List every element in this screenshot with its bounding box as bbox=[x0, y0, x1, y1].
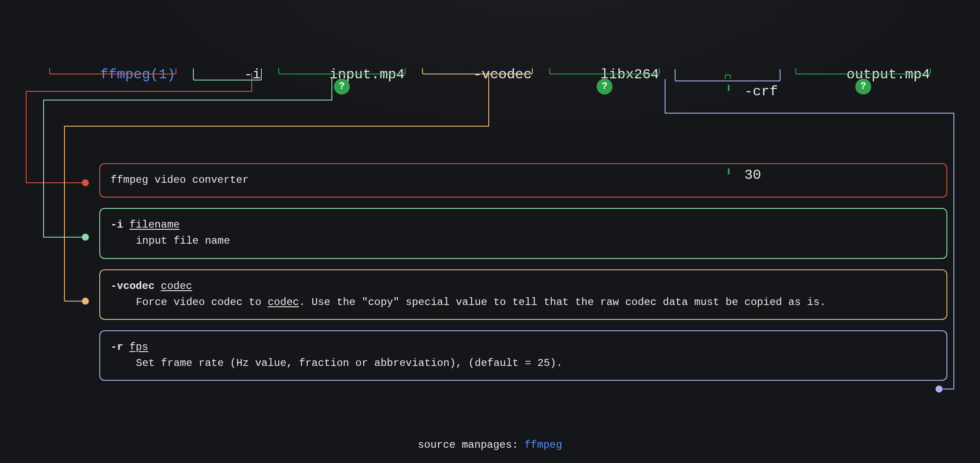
source-label: source manpages: bbox=[418, 439, 524, 451]
card-r-body: Set frame rate (Hz value, fraction or ab… bbox=[111, 355, 936, 371]
card-program[interactable]: ffmpeg video converter bbox=[99, 163, 947, 198]
card-program-body: ffmpeg video converter bbox=[111, 174, 249, 186]
card-dot-vcodec bbox=[82, 298, 89, 305]
token-crf-flag[interactable]: -crf bbox=[677, 84, 777, 133]
source-link[interactable]: ffmpeg bbox=[524, 439, 562, 451]
card-r-arg: fps bbox=[129, 341, 148, 353]
card-vcodec[interactable]: -vcodec codec Force video codec to codec… bbox=[99, 269, 947, 320]
card-i-flag: -i bbox=[111, 219, 123, 231]
help-icon[interactable]: ? bbox=[855, 79, 871, 94]
card-r-flag: -r bbox=[111, 341, 123, 353]
source-line: source manpages: ffmpeg bbox=[0, 439, 980, 451]
help-icon[interactable]: ? bbox=[597, 79, 612, 94]
card-i-arg: filename bbox=[129, 219, 179, 231]
explanations: ffmpeg video converter -i filename input… bbox=[99, 163, 947, 381]
card-vcodec-body: Force video codec to codec. Use the "cop… bbox=[111, 294, 936, 310]
card-dot-r bbox=[936, 386, 943, 393]
card-vcodec-flag: -vcodec bbox=[111, 280, 155, 292]
card-dot-program bbox=[82, 179, 89, 186]
card-vcodec-arg: codec bbox=[161, 280, 192, 292]
card-i-body: input file name bbox=[111, 233, 936, 249]
card-dot-i bbox=[82, 234, 89, 241]
card-i[interactable]: -i filename input file name bbox=[99, 208, 947, 258]
card-r[interactable]: -r fps Set frame rate (Hz value, fractio… bbox=[99, 330, 947, 381]
help-icon[interactable]: ? bbox=[334, 79, 350, 94]
